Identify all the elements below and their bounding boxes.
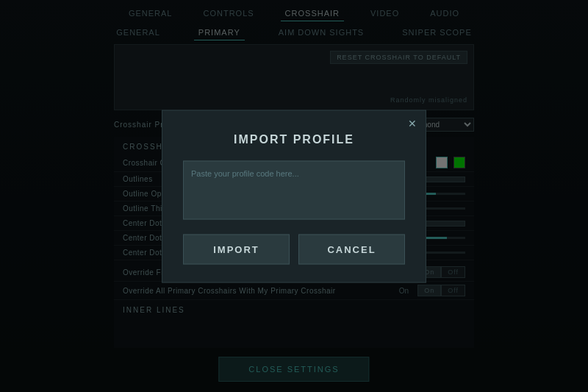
import-profile-modal: ✕ IMPORT PROFILE IMPORT CANCEL [162,110,426,282]
profile-code-input[interactable] [183,160,405,219]
import-button[interactable]: IMPORT [183,234,290,264]
cancel-button[interactable]: CANCEL [298,234,405,264]
modal-close-icon[interactable]: ✕ [408,118,417,128]
modal-buttons: IMPORT CANCEL [183,234,405,264]
modal-title: IMPORT PROFILE [183,132,405,146]
